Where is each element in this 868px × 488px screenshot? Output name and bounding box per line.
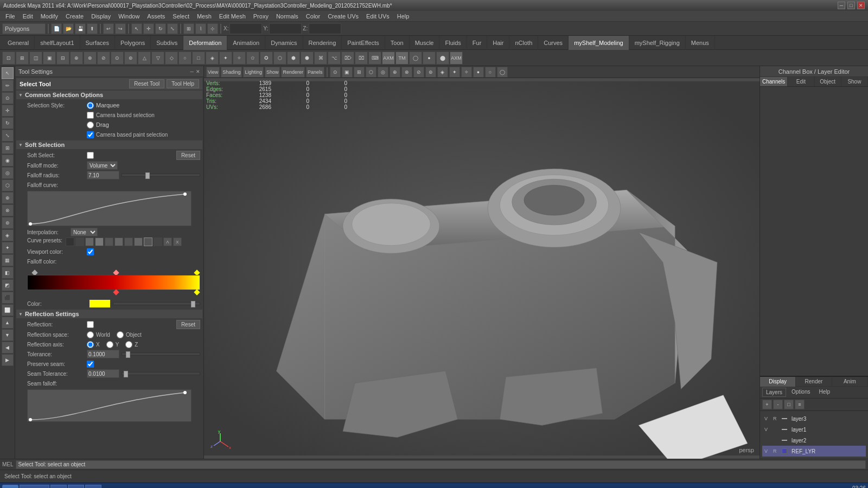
tab-muscle[interactable]: Muscle bbox=[410, 36, 440, 50]
shelf-btn-7[interactable]: ⊗ bbox=[84, 52, 97, 65]
icon-21[interactable]: ▲ bbox=[2, 317, 14, 329]
soft-select-checkbox[interactable] bbox=[87, 152, 94, 159]
tolerance-slider[interactable] bbox=[122, 352, 200, 356]
snap-point-button[interactable]: ⊹ bbox=[207, 23, 218, 34]
shelf-btn-8[interactable]: ⊘ bbox=[97, 52, 110, 65]
tab-animation[interactable]: Animation bbox=[227, 36, 265, 50]
common-selection-header[interactable]: ▼ Common Selection Options bbox=[16, 91, 202, 99]
shelf-btn-12[interactable]: ▽ bbox=[151, 52, 164, 65]
shelf-btn-19[interactable]: ✩ bbox=[246, 52, 259, 65]
gradient-bar[interactable] bbox=[27, 275, 200, 290]
help-tab[interactable]: Help bbox=[815, 388, 833, 397]
shelf-btn-1[interactable]: ⊡ bbox=[2, 52, 15, 65]
shelf-btn-5[interactable]: ⊟ bbox=[56, 52, 69, 65]
redo-button[interactable]: ↪ bbox=[115, 23, 126, 34]
shelf-btn-28[interactable]: ⌨ bbox=[368, 52, 381, 65]
open-file-button[interactable]: 📂 bbox=[63, 23, 74, 34]
preset-7[interactable] bbox=[124, 237, 133, 246]
paint-weights-icon[interactable]: ⊕ bbox=[2, 192, 14, 204]
scale-button[interactable]: ⤡ bbox=[167, 23, 178, 34]
vp-btn9[interactable]: ⊚ bbox=[425, 67, 436, 78]
sculpt-icon[interactable]: ◎ bbox=[2, 167, 14, 179]
menu-assets[interactable]: Assets bbox=[144, 12, 168, 21]
seam-tolerance-slider[interactable] bbox=[122, 372, 200, 375]
menu-file[interactable]: File bbox=[2, 12, 18, 21]
options-tab[interactable]: Options bbox=[788, 388, 813, 397]
vp-btn13[interactable]: ● bbox=[473, 67, 484, 78]
vp-btn4[interactable]: ⬡ bbox=[366, 67, 376, 78]
icon-15[interactable]: ✦ bbox=[2, 242, 14, 254]
preset-2[interactable] bbox=[75, 237, 84, 246]
y-radio[interactable] bbox=[106, 341, 113, 348]
color-slider[interactable] bbox=[113, 302, 200, 305]
tab-ncloth[interactable]: nCloth bbox=[509, 36, 538, 50]
menu-edit-uvs[interactable]: Edit UVs bbox=[363, 12, 393, 21]
shelf-btn-22[interactable]: ⬢ bbox=[287, 52, 300, 65]
soft-mod-icon[interactable]: ◉ bbox=[2, 155, 14, 166]
tab-subdivs[interactable]: Subdivs bbox=[151, 36, 183, 50]
layer-new-button[interactable]: + bbox=[762, 400, 772, 409]
shelf-btn-axm[interactable]: AXM bbox=[382, 52, 395, 65]
falloff-radius-input[interactable] bbox=[87, 171, 119, 179]
shelf-btn-21[interactable]: ⬡ bbox=[273, 52, 286, 65]
object-radio[interactable] bbox=[117, 331, 124, 338]
menu-display[interactable]: Display bbox=[88, 12, 114, 21]
edit-tab[interactable]: Edit bbox=[788, 77, 814, 86]
falloff-curve-widget[interactable] bbox=[27, 191, 192, 226]
close-button[interactable]: ✕ bbox=[857, 2, 865, 9]
vp-btn11[interactable]: ✦ bbox=[449, 67, 460, 78]
coord-z-input[interactable] bbox=[309, 23, 341, 34]
artisan-icon[interactable]: ⊗ bbox=[2, 204, 14, 216]
layer-empty-button[interactable]: □ bbox=[784, 400, 794, 409]
object-tab[interactable]: Object bbox=[815, 77, 841, 86]
reflection-settings-header[interactable]: ▼ Reflection Settings bbox=[16, 310, 202, 318]
render-tab[interactable]: Render bbox=[796, 377, 832, 387]
preset-4[interactable] bbox=[95, 237, 104, 246]
icon-24[interactable]: ▶ bbox=[2, 354, 14, 366]
vp-btn1[interactable]: ⊙ bbox=[330, 67, 341, 78]
shelf-btn-15[interactable]: □ bbox=[192, 52, 205, 65]
show-manip-icon[interactable]: ⊚ bbox=[2, 217, 14, 229]
vp-btn2[interactable]: ▣ bbox=[342, 67, 353, 78]
taskbar-notepad[interactable]: 📝 bbox=[85, 485, 101, 489]
paint-select-icon[interactable]: ✏ bbox=[2, 80, 14, 92]
shelf-btn-16[interactable]: ◈ bbox=[206, 52, 219, 65]
menu-edit-mesh[interactable]: Edit Mesh bbox=[216, 12, 249, 21]
tab-surfaces[interactable]: Surfaces bbox=[80, 36, 115, 50]
tab-polygons[interactable]: Polygons bbox=[115, 36, 151, 50]
x-radio[interactable] bbox=[87, 341, 94, 348]
shelf-btn-18[interactable]: ✧ bbox=[233, 52, 246, 65]
show-tab[interactable]: Show bbox=[841, 77, 868, 86]
icon-22[interactable]: ▼ bbox=[2, 329, 14, 341]
tool-panel-minimize[interactable]: ─ bbox=[190, 69, 194, 74]
camera-based-checkbox[interactable] bbox=[87, 112, 94, 119]
mel-input[interactable] bbox=[16, 460, 866, 469]
tab-rendering[interactable]: Rendering bbox=[303, 36, 342, 50]
vp-show-menu[interactable]: Show bbox=[265, 67, 280, 78]
icon-16[interactable]: ▦ bbox=[2, 254, 14, 266]
marquee-radio[interactable] bbox=[87, 102, 94, 109]
layer-row-reflyr[interactable]: V R REF_LYR bbox=[762, 446, 866, 457]
menu-modify[interactable]: Modify bbox=[37, 12, 61, 21]
layer-row-layer1[interactable]: V layer1 bbox=[762, 424, 866, 435]
layer-delete-button[interactable]: - bbox=[773, 400, 783, 409]
coord-y-input[interactable] bbox=[269, 23, 302, 34]
icon-18[interactable]: ◩ bbox=[2, 279, 14, 291]
shelf-btn-26[interactable]: ⌦ bbox=[341, 52, 354, 65]
tab-toon[interactable]: Toon bbox=[385, 36, 410, 50]
viewport-3d[interactable]: Verts: 1389 0 0 Edges: 2615 0 0 Faces: 1… bbox=[204, 78, 760, 459]
menu-window[interactable]: Window bbox=[115, 12, 143, 21]
minimize-button[interactable]: ─ bbox=[838, 2, 845, 9]
shelf-btn-14[interactable]: ○ bbox=[178, 52, 192, 65]
shelf-btn-23[interactable]: ⬣ bbox=[301, 52, 314, 65]
vp-btn7[interactable]: ⊗ bbox=[401, 67, 412, 78]
viewport-color-checkbox[interactable] bbox=[87, 248, 94, 255]
gradient-handle-bottom-yellow[interactable] bbox=[194, 289, 200, 295]
taskbar-maya[interactable]: M Maya bbox=[20, 485, 49, 489]
vp-renderer-menu[interactable]: Renderer bbox=[281, 67, 305, 78]
falloff-radius-slider[interactable] bbox=[122, 174, 200, 177]
vp-panels-menu[interactable]: Panels bbox=[306, 67, 324, 78]
soft-selection-header[interactable]: ▼ Soft Selection bbox=[16, 140, 202, 149]
preset-10[interactable] bbox=[154, 237, 162, 246]
lasso-select-icon[interactable]: ⊙ bbox=[2, 92, 14, 104]
